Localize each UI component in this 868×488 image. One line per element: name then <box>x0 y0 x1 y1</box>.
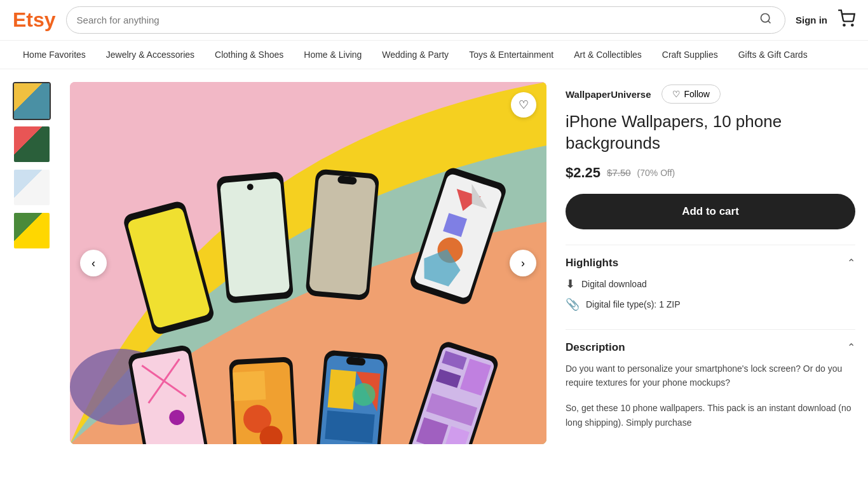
nav-item-craft-supplies[interactable]: Craft Supplies <box>652 41 728 69</box>
cart-icon[interactable] <box>837 10 855 31</box>
highlight-item-1: ⬇ Digital download <box>566 277 855 291</box>
description-section: Description ⌃ Do you want to personalize… <box>566 329 855 442</box>
next-image-button[interactable]: › <box>510 250 536 276</box>
product-info: WallpaperUniverse ♡ Follow iPhone Wallpa… <box>566 82 855 444</box>
highlight-text-1: Digital download <box>581 279 647 289</box>
price-original: $7.50 <box>607 167 631 178</box>
prev-image-button[interactable]: ‹ <box>80 250 107 276</box>
svg-rect-34 <box>328 369 356 409</box>
main-image: ‹ › ♡ <box>70 82 546 444</box>
thumbnail-3[interactable] <box>13 168 51 207</box>
follow-label: Follow <box>684 89 710 99</box>
description-title: Description <box>566 341 625 354</box>
download-icon: ⬇ <box>566 277 575 291</box>
product-title: iPhone Wallpapers, 10 phone backgrounds <box>566 111 855 154</box>
heart-icon: ♡ <box>519 98 529 112</box>
thumbnail-1[interactable] <box>13 82 51 120</box>
svg-rect-9 <box>220 178 290 297</box>
description-text: Do you want to personalize your smartpho… <box>566 362 855 390</box>
seller-name[interactable]: WallpaperUniverse <box>566 89 651 100</box>
search-button[interactable] <box>757 12 775 28</box>
svg-point-3 <box>851 24 853 25</box>
svg-point-2 <box>843 24 844 25</box>
nav-item-gifts-&-gift-cards[interactable]: Gifts & Gift Cards <box>728 41 818 69</box>
description-header[interactable]: Description ⌃ <box>566 341 855 354</box>
nav-item-art-&-collectibles[interactable]: Art & Collectibles <box>564 41 652 69</box>
sign-in-button[interactable]: Sign in <box>796 15 827 25</box>
search-input[interactable] <box>77 15 757 25</box>
description-text-2: So, get these 10 phone wallpapers. This … <box>566 401 855 430</box>
svg-point-0 <box>761 14 770 22</box>
highlight-text-2: Digital file type(s): 1 ZIP <box>586 299 681 309</box>
nav-item-home-favorites[interactable]: Home Favorites <box>13 41 96 69</box>
nav-item-clothing-&-shoes[interactable]: Clothing & Shoes <box>205 41 294 69</box>
price-current: $2.25 <box>566 165 600 181</box>
svg-rect-12 <box>309 174 376 295</box>
svg-line-1 <box>768 21 771 24</box>
price-row: $2.25 $7.50 (70% Off) <box>566 165 855 181</box>
highlights-chevron: ⌃ <box>847 257 855 269</box>
highlights-section: Highlights ⌃ ⬇ Digital download 📎 Digita… <box>566 245 855 329</box>
nav-item-toys-&-entertainment[interactable]: Toys & Entertainment <box>459 41 564 69</box>
highlights-title: Highlights <box>566 257 618 269</box>
nav-item-wedding-&-party[interactable]: Wedding & Party <box>372 41 459 69</box>
add-to-cart-button[interactable]: Add to cart <box>566 194 855 229</box>
thumbnail-4[interactable] <box>13 212 51 250</box>
thumbnail-2[interactable] <box>13 125 51 163</box>
highlight-item-2: 📎 Digital file type(s): 1 ZIP <box>566 297 855 311</box>
svg-rect-36 <box>325 410 375 443</box>
main-content: ‹ › ♡ WallpaperUniverse ♡ Follow iPhone … <box>0 69 868 457</box>
nav-item-jewelry-&-accessories[interactable]: Jewelry & Accessories <box>96 41 205 69</box>
description-chevron: ⌃ <box>847 341 855 353</box>
header-actions: Sign in <box>796 10 855 31</box>
nav-item-home-&-living[interactable]: Home & Living <box>294 41 372 69</box>
file-icon: 📎 <box>566 297 580 311</box>
seller-row: WallpaperUniverse ♡ Follow <box>566 85 855 104</box>
thumbnail-list <box>13 82 51 444</box>
logo[interactable]: Etsy <box>13 8 56 32</box>
follow-button[interactable]: ♡ Follow <box>661 85 721 104</box>
svg-rect-7 <box>127 207 211 329</box>
nav: Home FavoritesJewelry & AccessoriesCloth… <box>0 41 868 69</box>
highlights-header[interactable]: Highlights ⌃ <box>566 257 855 269</box>
search-bar <box>66 6 785 34</box>
favorite-button[interactable]: ♡ <box>511 92 536 118</box>
svg-marker-30 <box>233 371 266 402</box>
header: Etsy Sign in <box>0 0 868 41</box>
heart-follow-icon: ♡ <box>672 89 681 99</box>
price-discount: (70% Off) <box>637 168 675 178</box>
